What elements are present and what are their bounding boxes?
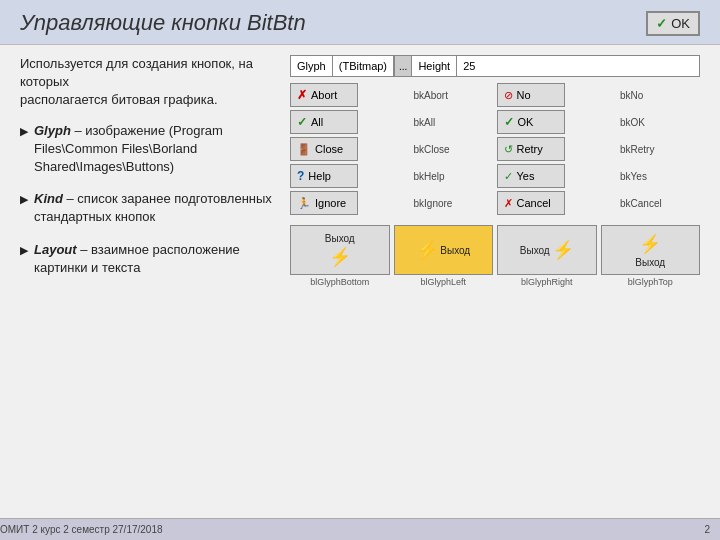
close-icon: 🚪 — [297, 143, 311, 156]
retry-label: Retry — [517, 143, 543, 155]
prop-dots-button[interactable]: ... — [394, 56, 412, 76]
slide-header: Управляющие кнопки BitBtn ✓ OK — [0, 0, 720, 45]
abort-label: Abort — [311, 89, 337, 101]
property-row: Glyph (TBitmap) ... Height 25 — [290, 55, 700, 77]
btn-item-all: ✓ All — [290, 110, 411, 134]
retry-button[interactable]: ↺ Retry — [497, 137, 565, 161]
layout-right-text: Выход — [520, 245, 550, 256]
bullet-text-1: Glyph – изображение (Program Files\Commo… — [34, 122, 280, 177]
yes-icon: ✓ — [504, 170, 513, 183]
all-label: All — [311, 116, 323, 128]
layout-item-top: ⚡ Выход blGlyphTop — [601, 225, 701, 287]
cancel-button[interactable]: ✗ Cancel — [497, 191, 565, 215]
abort-button[interactable]: ✗ Abort — [290, 83, 358, 107]
no-button[interactable]: ⊘ No — [497, 83, 565, 107]
layout-right-button[interactable]: Выход ⚡ — [497, 225, 597, 275]
main-content: Используется для создания кнопок, на кот… — [0, 45, 720, 518]
ok-label: OK — [671, 16, 690, 31]
bk-no-label: bkNo — [620, 90, 700, 101]
ignore-label: Ignore — [315, 197, 346, 209]
layout-left-caption: blGlyphLeft — [420, 277, 466, 287]
yes-label: Yes — [517, 170, 535, 182]
layout-demo: Выход ⚡ blGlyphBottom ⚡ Выход blGlyphLef… — [290, 225, 700, 287]
slide: Управляющие кнопки BitBtn ✓ OK Используе… — [0, 0, 720, 540]
bk-yes-label: bkYes — [620, 171, 700, 182]
btn-item-close: 🚪 Close — [290, 137, 411, 161]
footer-page: 2 — [704, 524, 710, 535]
bullet-text-2: Kind – список заранее подготовленных ста… — [34, 190, 280, 226]
close-button[interactable]: 🚪 Close — [290, 137, 358, 161]
layout-left-button[interactable]: ⚡ Выход — [394, 225, 494, 275]
help-button[interactable]: ? Help — [290, 164, 358, 188]
bk-abort-label: bkAbort — [414, 90, 494, 101]
bk-close-label: bkClose — [414, 144, 494, 155]
btn-item-retry: ↺ Retry — [497, 137, 618, 161]
retry-icon: ↺ — [504, 143, 513, 156]
layout-top-text: Выход — [635, 257, 665, 268]
help-icon: ? — [297, 169, 304, 183]
no-label: No — [517, 89, 531, 101]
slide-title: Управляющие кнопки BitBtn — [20, 10, 306, 36]
bk-retry-label: bkRetry — [620, 144, 700, 155]
prop-height-label: Height — [412, 56, 457, 76]
layout-bottom-icon: ⚡ — [329, 246, 351, 268]
layout-item-left: ⚡ Выход blGlyphLeft — [394, 225, 494, 287]
layout-item-bottom: Выход ⚡ blGlyphBottom — [290, 225, 390, 287]
layout-bottom-button[interactable]: Выход ⚡ — [290, 225, 390, 275]
check-icon-all: ✓ — [297, 115, 307, 129]
close-label: Close — [315, 143, 343, 155]
layout-top-icon: ⚡ — [639, 233, 661, 255]
footer: ОМИТ 2 курс 2 семестр 27/17/2018 2 — [0, 518, 720, 540]
bullet-arrow-3: ▶ — [20, 243, 28, 258]
no-icon: ⊘ — [504, 89, 513, 102]
cancel-label: Cancel — [517, 197, 551, 209]
btn-item-ok: ✓ OK — [497, 110, 618, 134]
layout-right-caption: blGlyphRight — [521, 277, 573, 287]
list-item: ▶ Layout – взаимное расположение картинк… — [20, 241, 280, 277]
x-icon: ✗ — [297, 88, 307, 102]
layout-item-right: Выход ⚡ blGlyphRight — [497, 225, 597, 287]
prop-tbitmap: (TBitmap) — [333, 56, 394, 76]
bk-ignore-label: bkIgnore — [414, 198, 494, 209]
cancel-icon: ✗ — [504, 197, 513, 210]
bk-help-label: bkHelp — [414, 171, 494, 182]
yes-button[interactable]: ✓ Yes — [497, 164, 565, 188]
bullet-text-3: Layout – взаимное расположение картинки … — [34, 241, 280, 277]
layout-bottom-caption: blGlyphBottom — [310, 277, 369, 287]
btn-item-abort: ✗ Abort — [290, 83, 411, 107]
layout-left-icon: ⚡ — [416, 239, 438, 261]
ok-button[interactable]: ✓ OK — [497, 110, 565, 134]
btn-item-cancel: ✗ Cancel — [497, 191, 618, 215]
all-button[interactable]: ✓ All — [290, 110, 358, 134]
buttons-grid: ✗ Abort bkAbort ⊘ No bkNo ✓ All — [290, 83, 700, 215]
help-label: Help — [308, 170, 331, 182]
bk-ok-label: bkOK — [620, 117, 700, 128]
btn-item-ignore: 🏃 Ignore — [290, 191, 411, 215]
list-item: ▶ Kind – список заранее подготовленных с… — [20, 190, 280, 226]
bullet-arrow-1: ▶ — [20, 124, 28, 139]
ignore-icon: 🏃 — [297, 197, 311, 210]
bk-cancel-label: bkCancel — [620, 198, 700, 209]
layout-top-caption: blGlyphTop — [628, 277, 673, 287]
btn-item-yes: ✓ Yes — [497, 164, 618, 188]
footer-text: ОМИТ 2 курс 2 семестр 27/17/2018 — [0, 524, 163, 535]
prop-height-value: 25 — [457, 56, 481, 76]
list-item: ▶ Glyph – изображение (Program Files\Com… — [20, 122, 280, 177]
prop-glyph: Glyph — [291, 56, 333, 76]
check-icon-ok: ✓ — [504, 115, 514, 129]
right-column: Glyph (TBitmap) ... Height 25 ✗ Abort bk… — [290, 55, 700, 508]
left-column: Используется для создания кнопок, на кот… — [20, 55, 280, 508]
ok-demo-button[interactable]: ✓ OK — [646, 11, 700, 36]
ok-btn-label: OK — [518, 116, 534, 128]
bk-all-label: bkAll — [414, 117, 494, 128]
layout-top-button[interactable]: ⚡ Выход — [601, 225, 701, 275]
ignore-button[interactable]: 🏃 Ignore — [290, 191, 358, 215]
bullet-list: ▶ Glyph – изображение (Program Files\Com… — [20, 122, 280, 277]
btn-item-help: ? Help — [290, 164, 411, 188]
bullet-arrow-2: ▶ — [20, 192, 28, 207]
intro-text: Используется для создания кнопок, на кот… — [20, 55, 280, 110]
layout-right-icon: ⚡ — [552, 239, 574, 261]
layout-left-text: Выход — [440, 245, 470, 256]
checkmark-icon: ✓ — [656, 16, 667, 31]
layout-bottom-text: Выход — [325, 233, 355, 244]
